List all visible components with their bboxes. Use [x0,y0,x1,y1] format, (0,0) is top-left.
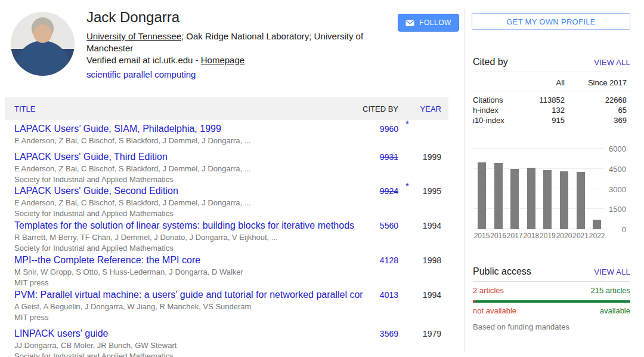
chart-bar-2020[interactable] [560,171,568,229]
publication-venue: Society for Industrial and Applied Mathe… [14,243,448,253]
public-access-bar [473,300,630,303]
stat-all: 132 [527,105,565,115]
col-all: All [527,78,565,88]
publication-venue: Society for Industrial and Applied Mathe… [14,208,448,218]
stat-all: 915 [527,115,565,125]
vertical-divider [464,8,465,352]
stats-row-i10-index: i10-index 915 369 [473,115,630,125]
publication-row: LINPACK users' guide JJ Dongarra, CB Mol… [14,328,448,357]
divider [473,281,630,282]
publication-venue: MIT press [14,278,448,288]
divider [473,91,630,91]
cited-by-count[interactable]: 9924 [380,186,398,196]
not-available-count: 2 articles [473,286,504,295]
publication-authors: E Anderson, Z Bai, C Bischof, S Blackfor… [14,164,448,174]
chart-xtick: 2022 [589,232,605,240]
profile-photo [11,12,75,76]
chart-ytick: 6000 [609,144,626,153]
publication-row: LAPACK Users' Guide, Second Edition E An… [14,185,448,218]
cited-by-section-header: Cited by VIEW ALL [473,57,630,67]
public-access-section-header: Public access VIEW ALL [473,266,630,277]
chart-gridline [473,148,604,149]
publication-row: Templates for the solution of linear sys… [14,220,448,253]
chart-bar-2018[interactable] [527,168,535,229]
stat-since: 22668 [565,95,630,105]
publication-row: PVM: Parallel virtual machine: a users' … [14,289,448,322]
chart-bar-2021[interactable] [577,172,585,229]
chart-xtick: 2015 [474,232,490,240]
affiliation-line: University of Tennessee; Oak Ridge Natio… [86,30,385,54]
publication-title[interactable]: LAPACK Users’ Guide, SIAM, Philadelphia,… [14,123,363,135]
publication-venue: Society for Industrial and Applied Mathe… [14,174,448,184]
profile-name: Jack Dongarra [86,8,385,26]
get-my-own-profile-button[interactable]: GET MY OWN PROFILE [472,13,630,30]
publication-year: 1998 [423,256,441,265]
chart-bar-2015[interactable] [478,162,486,229]
publication-year: 1999 [423,152,441,162]
chart-xtick: 2016 [490,232,506,240]
chart-ytick: 3000 [609,184,626,193]
chart-value-labels: 01500300045006000 [606,149,626,229]
not-available-label: not available [473,306,516,315]
cited-by-count[interactable]: 5560 [380,221,398,230]
cited-by-title: Cited by [473,57,508,67]
stats-row-citations: Citations 113852 22668 [473,95,630,105]
stat-all: 113852 [527,95,565,105]
public-access-view-all[interactable]: VIEW ALL [594,267,630,276]
chart-ytick: 4500 [609,164,626,173]
chart-gridline [473,168,604,169]
affiliation-link[interactable]: University of Tennessee [86,31,181,41]
public-access-title: Public access [473,266,531,277]
cited-by-count[interactable]: 9960 [380,124,398,134]
profile-info: Jack Dongarra University of Tennessee; O… [86,8,385,80]
chart-ytick: 0 [622,225,626,234]
publication-title[interactable]: LAPACK Users' Guide, Third Edition [14,151,363,163]
publication-year: 1994 [423,221,441,230]
stat-label: Citations [473,95,527,105]
chart-xtick: 2021 [572,232,589,240]
cited-by-count[interactable]: 3569 [380,329,398,338]
publication-authors: R Barrett, M Berry, TF Chan, J Demmel, J… [14,232,448,242]
publication-year: 1979 [423,329,441,338]
follow-label: FOLLOW [419,19,451,27]
chart-xtick: 2018 [523,232,539,240]
chart-year-labels: 20152016201720182019202020212022 [473,232,604,240]
publication-year: 1994 [423,290,441,300]
publication-venue: MIT press [14,312,448,322]
publication-title[interactable]: PVM: Parallel virtual machine: a users' … [14,289,363,301]
co-author-star: * [405,119,409,130]
publication-title[interactable]: MPI--the Complete Reference: the MPI cor… [14,254,363,266]
interest-link[interactable]: scientific parallel computing [86,69,196,79]
sort-by-title[interactable]: TITLE [14,104,35,113]
stat-label: i10-index [473,115,527,125]
chart-bar-2016[interactable] [494,163,503,229]
publication-row: LAPACK Users' Guide, Third Edition E And… [14,151,448,184]
sort-by-year[interactable]: YEAR [420,104,441,113]
stats-row-h-index: h-index 132 65 [473,105,630,115]
publication-authors: M Snir, W Gropp, S Otto, S Huss-Lederman… [14,267,448,277]
cited-by-count[interactable]: 4128 [380,256,398,265]
cited-by-count[interactable]: 9931 [380,152,398,162]
public-access-counts: 2 articles 215 articles [473,286,630,295]
chart-xtick: 2020 [556,232,572,240]
publication-year: 1995 [423,186,441,196]
homepage-link[interactable]: Homepage [201,55,244,65]
publication-row: LAPACK Users’ Guide, SIAM, Philadelphia,… [14,123,448,146]
chart-ytick: 1500 [609,205,626,214]
publication-row: MPI--the Complete Reference: the MPI cor… [14,254,448,288]
available-label: available [600,306,630,315]
follow-button[interactable]: FOLLOW [398,14,459,32]
cited-by-view-all[interactable]: VIEW ALL [594,58,630,67]
publication-authors: A Geist, A Beguelin, J Dongarra, W Jiang… [14,301,448,312]
divider [473,72,630,72]
publication-title[interactable]: Templates for the solution of linear sys… [14,220,363,232]
publication-title[interactable]: LINPACK users' guide [14,328,363,340]
chart-bar-2019[interactable] [543,170,552,229]
publication-title[interactable]: LAPACK Users' Guide, Second Edition [14,185,363,197]
chart-bar-2022[interactable] [593,220,601,229]
cited-by-count[interactable]: 4013 [380,290,398,300]
public-access-labels: not available available [473,306,630,315]
chart-bar-2017[interactable] [510,169,519,229]
stat-label: h-index [473,105,527,115]
verified-line: Verified email at icl.utk.edu - Homepage [86,54,385,66]
